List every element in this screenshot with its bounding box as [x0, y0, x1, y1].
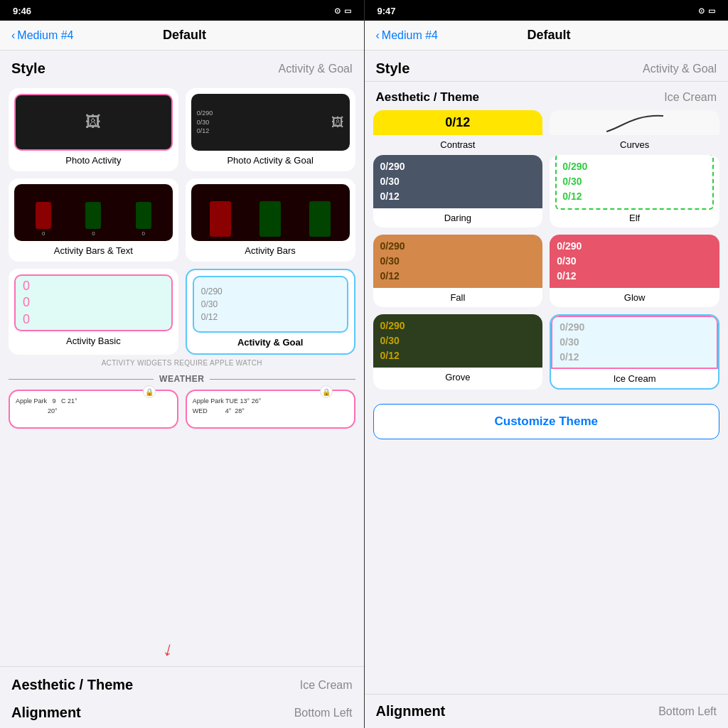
- widget-card-photo-goal[interactable]: 0/2900/300/12 🖼 Photo Activity & Goal: [186, 88, 355, 171]
- status-time-right: 9:47: [378, 6, 396, 16]
- status-bar-left: 9:46 ⊙ ▭: [0, 0, 364, 21]
- customize-theme-button[interactable]: Customize Theme: [373, 404, 720, 439]
- curves-label: Curves: [620, 139, 649, 150]
- bars-text-preview: 0 0 0: [14, 184, 173, 241]
- weather-info-2: Apple Park TUE 13° 26° WED 4° 28°: [193, 397, 348, 416]
- divider-left: [9, 379, 154, 380]
- daring-nums: 0/290 0/30 0/12: [380, 159, 536, 204]
- chevron-left-icon-right: ‹: [376, 29, 380, 42]
- ice-cream-preview: 0/290 0/30 0/12: [551, 316, 718, 369]
- widget-grid-left: 🖼 Photo Activity 0/2900/300/12 🖼 Photo A…: [9, 88, 355, 355]
- glow-preview: 0/290 0/30 0/12: [550, 235, 719, 288]
- alignment-label-right: Alignment: [376, 703, 446, 719]
- theme-card-fall[interactable]: 0/290 0/30 0/12 Fall: [373, 235, 543, 307]
- fall-preview: 0/290 0/30 0/12: [373, 235, 543, 288]
- fall-nums: 0/290 0/30 0/12: [380, 239, 536, 284]
- photo-goal-label: Photo Activity & Goal: [227, 155, 313, 166]
- partial-contrast-card[interactable]: 0/12: [373, 110, 543, 135]
- theme-card-grove[interactable]: 0/290 0/30 0/12 Grove: [373, 314, 543, 390]
- back-button-left[interactable]: ‹ Medium #4: [11, 29, 73, 42]
- basic-label: Activity Basic: [66, 336, 121, 346]
- style-label-left: Style: [11, 60, 46, 77]
- battery-icon-right: ▭: [708, 6, 715, 16]
- curves-name-partial: Curves: [550, 138, 719, 151]
- partial-names-row: Contrast Curves: [365, 135, 729, 155]
- nav-title-right: Default: [438, 28, 660, 43]
- photo-activity-preview: 🖼: [14, 94, 173, 151]
- alignment-row-left: Alignment Bottom Left: [0, 700, 364, 728]
- elf-name: Elf: [629, 208, 640, 228]
- theme-card-ice-cream[interactable]: 0/290 0/30 0/12 Ice Cream: [550, 314, 719, 390]
- aesthetic-label-right: Aesthetic / Theme: [376, 90, 480, 105]
- bar-col-3: 0: [136, 202, 151, 237]
- style-label-right: Style: [376, 60, 410, 77]
- bar-col-1: 0: [36, 202, 51, 237]
- bar-solo-1: [210, 201, 231, 237]
- photo-goal-icon: 🖼: [331, 115, 344, 130]
- nav-header-left: ‹ Medium #4 Default: [0, 21, 364, 50]
- widget-card-bars-text[interactable]: 0 0 0 Activity Bars & Text: [9, 178, 178, 262]
- back-button-right[interactable]: ‹ Medium #4: [376, 29, 438, 42]
- style-section-left: Style Activity & Goal: [0, 50, 364, 84]
- aesthetic-section-right: Aesthetic / Theme Ice Cream: [365, 81, 729, 110]
- glow-name: Glow: [624, 288, 646, 307]
- weather-divider: WEATHER: [9, 370, 355, 388]
- partial-row: 0/12: [365, 110, 729, 135]
- basic-preview: 000: [14, 274, 173, 331]
- widget-card-bars[interactable]: Activity Bars: [186, 178, 355, 262]
- daring-preview: 0/290 0/30 0/12: [373, 155, 543, 208]
- grove-preview: 0/290 0/30 0/12: [373, 314, 543, 368]
- weather-card-1[interactable]: 🔒 Apple Park 9 C 21° 20°: [9, 390, 178, 429]
- elf-inner: 0/290 0/30 0/12: [555, 155, 714, 210]
- curves-partial-preview: [550, 110, 719, 135]
- bar-1: [36, 202, 51, 229]
- style-value-right: Activity & Goal: [643, 63, 717, 75]
- bar-2: [85, 202, 101, 229]
- right-phone: 9:47 ⊙ ▭ ‹ Medium #4 Default Style Activ…: [365, 0, 729, 728]
- theme-card-daring[interactable]: 0/290 0/30 0/12 Daring: [373, 155, 543, 228]
- photo-goal-preview: 0/2900/300/12 🖼: [191, 94, 350, 151]
- activity-notice: ACTIVITY WIDGETS REQUIRE APPLE WATCH: [9, 355, 355, 370]
- goal-label: Activity & Goal: [237, 337, 303, 348]
- bar-text-2: 0: [92, 230, 95, 237]
- bars-preview: [191, 184, 350, 241]
- bars-label: Activity Bars: [245, 245, 296, 256]
- goal-nums: 0/2900/300/12: [201, 285, 340, 323]
- status-icons-left: ⊙ ▭: [334, 6, 351, 16]
- aesthetic-value-right: Ice Cream: [664, 91, 717, 104]
- photo-goal-nums: 0/2900/300/12: [197, 109, 213, 136]
- photo-icon: 🖼: [85, 113, 101, 132]
- alignment-value-left: Bottom Left: [294, 707, 353, 719]
- divider-right: [210, 379, 355, 380]
- theme-card-elf[interactable]: 0/290 0/30 0/12 Elf: [550, 155, 719, 228]
- theme-card-glow[interactable]: 0/290 0/30 0/12 Glow: [550, 235, 719, 307]
- alignment-label-left: Alignment: [11, 705, 81, 721]
- contrast-label: Contrast: [440, 139, 475, 150]
- glow-nums: 0/290 0/30 0/12: [557, 239, 712, 284]
- customize-btn-label: Customize Theme: [495, 414, 598, 428]
- chevron-left-icon: ‹: [11, 29, 15, 42]
- weather-card-2[interactable]: 🔒 Apple Park TUE 13° 26° WED 4° 28°: [186, 390, 355, 429]
- status-bar-right: 9:47 ⊙ ▭: [365, 0, 729, 21]
- widget-card-basic[interactable]: 000 Activity Basic: [9, 269, 178, 355]
- theme-grid: 0/290 0/30 0/12 Daring 0/290 0/30 0/12 E…: [365, 155, 729, 398]
- theme-scroll: 0/290 0/30 0/12 Daring 0/290 0/30 0/12 E…: [365, 155, 729, 694]
- basic-nums: 000: [23, 278, 164, 328]
- status-time-left: 9:46: [13, 6, 31, 16]
- widget-card-photo-activity[interactable]: 🖼 Photo Activity: [9, 88, 178, 171]
- widget-card-goal[interactable]: 0/2900/300/12 Activity & Goal: [186, 269, 355, 355]
- grove-name: Grove: [445, 368, 470, 387]
- partial-curves-card[interactable]: [550, 110, 719, 135]
- goal-preview: 0/2900/300/12: [193, 276, 348, 333]
- bar-solo-2: [259, 201, 281, 237]
- curves-svg: [606, 110, 663, 135]
- daring-name: Daring: [444, 208, 471, 228]
- weather-row: 🔒 Apple Park 9 C 21° 20° 🔒 Apple Park TU…: [9, 388, 355, 433]
- contrast-name-partial: Contrast: [373, 138, 543, 151]
- ice-cream-name: Ice Cream: [614, 369, 656, 388]
- aesthetic-row-left: Aesthetic / Theme Ice Cream: [0, 666, 364, 700]
- bar-solo-3: [309, 201, 331, 237]
- fall-name: Fall: [450, 288, 465, 307]
- alignment-value-right: Bottom Left: [658, 705, 717, 718]
- scroll-content-left: 🖼 Photo Activity 0/2900/300/12 🖼 Photo A…: [0, 84, 364, 666]
